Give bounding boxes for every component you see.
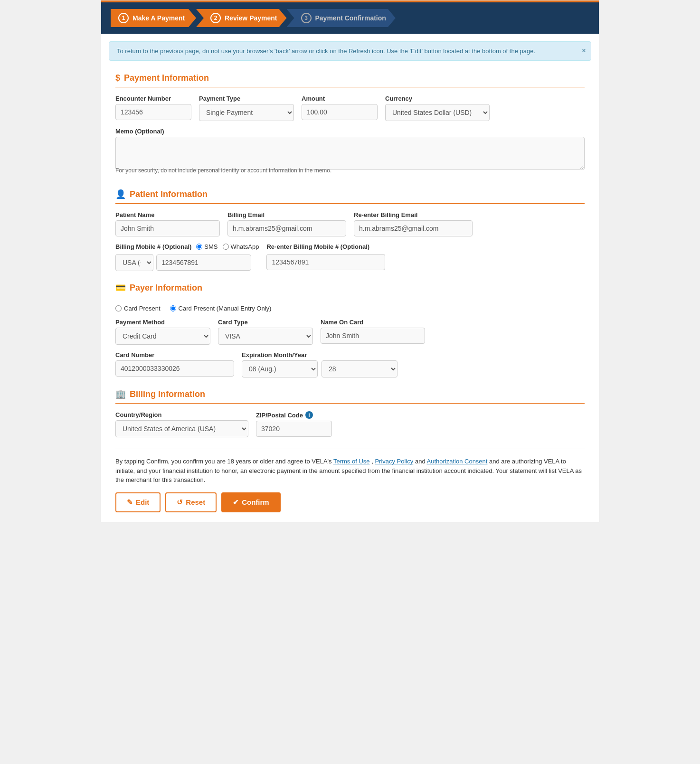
reenter-mobile-label: Re-enter Billing Mobile # (Optional) xyxy=(266,243,385,250)
patient-name-label: Patient Name xyxy=(115,211,220,218)
zip-input[interactable] xyxy=(256,421,332,437)
memo-row: Memo (Optional) For your security, do no… xyxy=(115,128,585,178)
reenter-mobile-input[interactable] xyxy=(266,254,385,270)
legal-prefix: By tapping Confirm, you confirm you are … xyxy=(115,458,333,465)
edit-label: Edit xyxy=(136,498,149,506)
sms-label: SMS xyxy=(204,243,218,250)
payment-type-group: Payment Type Single Payment xyxy=(199,95,294,121)
building-icon: 🏢 xyxy=(115,389,126,399)
billing-email-label: Billing Email xyxy=(227,211,346,218)
alert-banner: To return to the previous page, do not u… xyxy=(109,41,591,61)
encounter-number-label: Encounter Number xyxy=(115,95,191,102)
patient-icon: 👤 xyxy=(115,189,126,199)
billing-email-input[interactable] xyxy=(227,220,346,236)
legal-text: By tapping Confirm, you confirm you are … xyxy=(115,457,585,485)
memo-group: Memo (Optional) For your security, do no… xyxy=(115,128,585,178)
payment-section-title: $ Payment Information xyxy=(115,73,585,87)
expiry-row: 08 (Aug.) 28 xyxy=(242,360,397,377)
payment-method-group: Payment Method Credit Card xyxy=(115,319,210,345)
billing-information-section: 🏢 Billing Information Country/Region Uni… xyxy=(115,389,585,437)
action-buttons: ✎ Edit ↺ Reset ✔ Confirm xyxy=(115,492,585,512)
reenter-email-input[interactable] xyxy=(354,220,473,236)
whatsapp-radio-label[interactable]: WhatsApp xyxy=(223,243,259,250)
card-present-manual-radio[interactable] xyxy=(170,305,176,311)
phone-row: USA (+1) xyxy=(115,254,259,271)
reenter-email-group: Re-enter Billing Email xyxy=(354,211,473,236)
card-number-label: Card Number xyxy=(115,351,234,358)
patient-name-input[interactable] xyxy=(115,220,220,236)
patient-information-section: 👤 Patient Information Patient Name Billi… xyxy=(115,189,585,271)
payment-row-1: Encounter Number Payment Type Single Pay… xyxy=(115,95,585,121)
currency-label: Currency xyxy=(385,95,490,102)
currency-group: Currency United States Dollar (USD) xyxy=(385,95,490,121)
card-type-group: Card Type VISA xyxy=(218,319,313,345)
card-type-select[interactable]: VISA xyxy=(218,328,313,345)
expiration-month-select[interactable]: 08 (Aug.) xyxy=(242,360,318,377)
whatsapp-radio[interactable] xyxy=(223,244,229,250)
steps-container: 1 Make A Payment 2 Review Payment 3 Paym… xyxy=(111,9,589,27)
payment-method-select[interactable]: Credit Card xyxy=(115,328,210,345)
card-present-option[interactable]: Card Present xyxy=(115,305,161,312)
expiration-year-select[interactable]: 28 xyxy=(322,360,397,377)
card-present-radio[interactable] xyxy=(115,305,122,311)
card-present-manual-label: Card Present (Manual Entry Only) xyxy=(179,305,272,312)
confirm-button[interactable]: ✔ Confirm xyxy=(221,492,281,512)
zip-group: ZIP/Postal Code i xyxy=(256,411,332,437)
amount-label: Amount xyxy=(302,95,378,102)
privacy-link[interactable]: Privacy Policy xyxy=(375,458,413,465)
page-wrapper: 1 Make A Payment 2 Review Payment 3 Paym… xyxy=(101,0,599,522)
country-code-select[interactable]: USA (+1) xyxy=(115,254,153,271)
main-content: $ Payment Information Encounter Number P… xyxy=(101,68,599,522)
auth-link[interactable]: Authorization Consent xyxy=(427,458,488,465)
country-label: Country/Region xyxy=(115,411,248,418)
billing-mobile-label-row: Billing Mobile # (Optional) SMS WhatsApp xyxy=(115,243,259,250)
name-on-card-input[interactable] xyxy=(321,328,425,344)
card-present-manual-option[interactable]: Card Present (Manual Entry Only) xyxy=(170,305,272,312)
payer-section-heading: Payer Information xyxy=(130,283,202,293)
zip-label: ZIP/Postal Code i xyxy=(256,411,332,419)
legal-and: and xyxy=(415,458,427,465)
zip-label-text: ZIP/Postal Code xyxy=(256,412,303,419)
payment-type-select[interactable]: Single Payment xyxy=(199,104,294,121)
step-2[interactable]: 2 Review Payment xyxy=(196,9,287,27)
memo-helper: For your security, do not include person… xyxy=(115,167,585,174)
terms-link[interactable]: Terms of Use xyxy=(333,458,370,465)
billing-mobile-text: Billing Mobile # (Optional) xyxy=(115,243,191,250)
billing-email-group: Billing Email xyxy=(227,211,346,236)
dollar-icon: $ xyxy=(115,73,120,83)
reset-button[interactable]: ↺ Reset xyxy=(165,492,217,512)
card-present-label: Card Present xyxy=(124,305,161,312)
step-3-label: Payment Confirmation xyxy=(315,14,386,22)
zip-info-icon[interactable]: i xyxy=(305,411,313,419)
memo-label: Memo (Optional) xyxy=(115,128,585,135)
payer-row-1: Payment Method Credit Card Card Type VIS… xyxy=(115,319,585,345)
country-select[interactable]: United States of America (USA) xyxy=(115,420,248,437)
amount-input[interactable] xyxy=(302,104,378,120)
payer-information-section: 💳 Payer Information Card Present Card Pr… xyxy=(115,283,585,377)
sms-radio[interactable] xyxy=(196,244,202,250)
country-group: Country/Region United States of America … xyxy=(115,411,248,437)
currency-select[interactable]: United States Dollar (USD) xyxy=(385,104,490,121)
header-bar: 1 Make A Payment 2 Review Payment 3 Paym… xyxy=(101,2,599,34)
encounter-number-input[interactable] xyxy=(115,104,191,120)
payment-information-section: $ Payment Information Encounter Number P… xyxy=(115,73,585,178)
card-number-input[interactable] xyxy=(115,360,234,377)
card-present-radio-group: Card Present Card Present (Manual Entry … xyxy=(115,305,585,312)
patient-row-2: Billing Mobile # (Optional) SMS WhatsApp xyxy=(115,243,585,271)
step-2-label: Review Payment xyxy=(225,14,277,22)
billing-section-title: 🏢 Billing Information xyxy=(115,389,585,404)
reset-icon: ↺ xyxy=(177,498,183,507)
step-1[interactable]: 1 Make A Payment xyxy=(111,9,196,27)
billing-row-1: Country/Region United States of America … xyxy=(115,411,585,437)
card-number-group: Card Number xyxy=(115,351,234,377)
mobile-input[interactable] xyxy=(156,255,251,271)
credit-card-icon: 💳 xyxy=(115,283,126,293)
alert-close-button[interactable]: × xyxy=(582,47,586,55)
name-on-card-label: Name On Card xyxy=(321,319,425,326)
sms-radio-label[interactable]: SMS xyxy=(196,243,218,250)
expiration-label: Expiration Month/Year xyxy=(242,351,397,358)
patient-section-heading: Patient Information xyxy=(130,189,208,199)
edit-button[interactable]: ✎ Edit xyxy=(115,492,161,512)
legal-divider xyxy=(115,449,585,449)
memo-textarea[interactable] xyxy=(115,137,585,170)
